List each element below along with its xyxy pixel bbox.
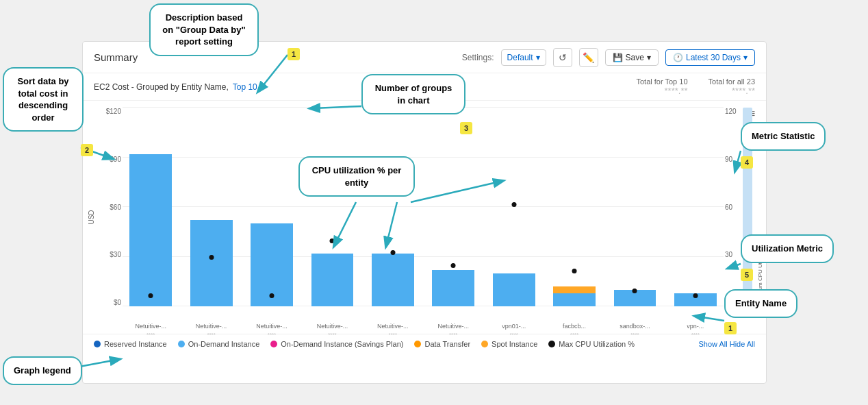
legend-ondemand-label: On-Demand Instance bbox=[188, 340, 260, 348]
bar-segment-blue bbox=[493, 273, 535, 306]
bar-segment-blue bbox=[190, 220, 233, 306]
bar-group: vpn01-...**** bbox=[485, 108, 541, 306]
legend-spot-label: Spot Instance bbox=[492, 340, 537, 348]
callout-util-metric: Utilization Metric bbox=[741, 234, 834, 263]
bar-stack[interactable] bbox=[553, 286, 596, 306]
legend-reserved-label: Reserved Instance bbox=[104, 340, 167, 348]
chart-title: Summary bbox=[94, 51, 138, 63]
cpu-dot bbox=[209, 255, 214, 260]
legend-savings: On-Demand Instance (Savings Plan) bbox=[270, 340, 403, 348]
y-label-90: $90 bbox=[110, 156, 121, 163]
bar-group: Netuitive-...**** bbox=[183, 108, 239, 306]
callout-entity-name: Entity Name bbox=[724, 289, 797, 318]
date-range-button[interactable]: 🕐 Latest 30 Days ▾ bbox=[665, 49, 755, 66]
bar-group: Netuitive-...**** bbox=[123, 108, 179, 306]
bar-xlabel: Netuitive-... bbox=[196, 323, 227, 330]
badge-1-entity: 1 bbox=[724, 322, 737, 334]
legend-transfer-dot bbox=[414, 341, 421, 347]
y-label-60: $60 bbox=[110, 204, 121, 211]
bar-segment-blue bbox=[372, 254, 414, 306]
y-label-0: $0 bbox=[114, 299, 121, 306]
legend-area: Reserved Instance On-Demand Instance On-… bbox=[83, 334, 766, 354]
callout-metric-stat: Metric Statistic bbox=[741, 122, 826, 151]
bar-segment-orange bbox=[553, 286, 596, 293]
top-select[interactable]: Top 10 ▾ bbox=[233, 82, 264, 92]
bar-xlabel: Netuitive-... bbox=[377, 323, 409, 330]
bar-xlabel: Netuitive-... bbox=[256, 323, 288, 330]
y-right-90: 90 bbox=[725, 156, 732, 163]
legend-ondemand-dot bbox=[178, 341, 185, 347]
bars-container: Netuitive-...****Netuitive-...****Netuit… bbox=[123, 108, 724, 306]
group-label: EC2 Cost - Grouped by Entity Name, Top 1… bbox=[94, 82, 264, 92]
bar-group: sandbox-...**** bbox=[607, 108, 663, 306]
legend-cpu-label: Max CPU Utilization % bbox=[559, 340, 635, 348]
cpu-dot bbox=[390, 250, 395, 255]
save-chevron-icon: ▾ bbox=[647, 53, 651, 62]
bar-stack[interactable] bbox=[493, 273, 535, 306]
y-axis-unit-label: USD bbox=[88, 210, 95, 224]
chart-area: ≡ $120 $90 $60 $30 $0 USD Netuitive-...*… bbox=[83, 101, 766, 334]
totals-area: Total for Top 10 ****.** Total for all 2… bbox=[637, 77, 756, 96]
cpu-dot bbox=[451, 263, 456, 268]
legend-spot-dot bbox=[481, 341, 488, 347]
edit-button[interactable]: ✏️ bbox=[579, 48, 598, 67]
bar-sublabel: **** bbox=[449, 332, 457, 338]
y-label-120: $120 bbox=[106, 108, 121, 115]
bar-sublabel: **** bbox=[389, 332, 397, 338]
bar-group: Netuitive-...**** bbox=[365, 108, 421, 306]
save-button[interactable]: 💾 Save ▾ bbox=[605, 49, 659, 66]
legend-ondemand: On-Demand Instance bbox=[178, 340, 260, 348]
bar-xlabel: vpn01-... bbox=[502, 323, 526, 330]
bar-sublabel: **** bbox=[146, 332, 155, 338]
cpu-dot bbox=[693, 293, 698, 298]
legend-reserved: Reserved Instance bbox=[94, 340, 167, 348]
y-axis-left: $120 $90 $60 $30 $0 bbox=[88, 108, 121, 306]
total-top-block: Total for Top 10 ****.** bbox=[637, 77, 688, 96]
settings-select[interactable]: Default ▾ bbox=[501, 49, 546, 66]
total-all-value: ****.** bbox=[709, 86, 755, 96]
bar-stack[interactable] bbox=[190, 220, 233, 306]
total-all-label: Total for all 23 bbox=[709, 77, 755, 86]
bar-xlabel: sandbox-... bbox=[620, 323, 650, 330]
bar-sublabel: **** bbox=[207, 332, 215, 338]
bar-sublabel: **** bbox=[691, 332, 700, 338]
bar-segment-blue bbox=[311, 254, 354, 306]
cpu-dot bbox=[511, 202, 516, 207]
bar-sublabel: **** bbox=[570, 332, 578, 338]
badge-4-metric: 4 bbox=[741, 156, 753, 169]
bar-sublabel: **** bbox=[630, 332, 639, 338]
bar-stack[interactable] bbox=[432, 270, 474, 306]
show-all-link[interactable]: Show All Hide All bbox=[698, 340, 755, 348]
chart-controls: Settings: Default ▾ ↺ ✏️ 💾 Save ▾ 🕐 Late… bbox=[462, 48, 755, 67]
bar-stack[interactable] bbox=[372, 254, 414, 306]
callout-groups: Number of groups in chart bbox=[361, 74, 465, 114]
bar-group: facbcb...**** bbox=[546, 108, 602, 306]
bar-sublabel: **** bbox=[268, 332, 276, 338]
cpu-dot bbox=[330, 238, 335, 243]
legend-cpu: Max CPU Utilization % bbox=[548, 340, 635, 348]
bar-group: vpn-...**** bbox=[667, 108, 724, 306]
y-right-120: 120 bbox=[725, 108, 737, 115]
bar-stack[interactable] bbox=[129, 154, 172, 306]
y-label-30: $30 bbox=[110, 251, 121, 258]
callout-legend: Graph legend bbox=[3, 356, 82, 385]
chevron-down-icon: ▾ bbox=[536, 53, 540, 62]
badge-2-sort: 2 bbox=[81, 144, 93, 156]
legend-reserved-dot bbox=[94, 341, 101, 347]
bar-segment-blue bbox=[129, 154, 172, 306]
clock-icon: 🕐 bbox=[673, 53, 683, 62]
badge-3-groups: 3 bbox=[460, 122, 472, 134]
legend-spot: Spot Instance bbox=[481, 340, 537, 348]
badge-1-description: 1 bbox=[288, 48, 300, 60]
bar-sublabel: **** bbox=[509, 332, 518, 338]
bar-xlabel: facbcb... bbox=[563, 323, 586, 330]
bar-xlabel: Netuitive-... bbox=[437, 323, 469, 330]
cpu-dot bbox=[633, 289, 637, 293]
callout-cpu: CPU utilization % per entity bbox=[298, 156, 415, 197]
y-right-60: 60 bbox=[725, 204, 732, 211]
callout-description: Description based on "Group Data by" rep… bbox=[149, 3, 259, 56]
bar-stack[interactable] bbox=[311, 254, 354, 306]
bar-sublabel: **** bbox=[328, 332, 336, 338]
cpu-dot bbox=[270, 293, 275, 298]
reset-button[interactable]: ↺ bbox=[553, 48, 572, 67]
